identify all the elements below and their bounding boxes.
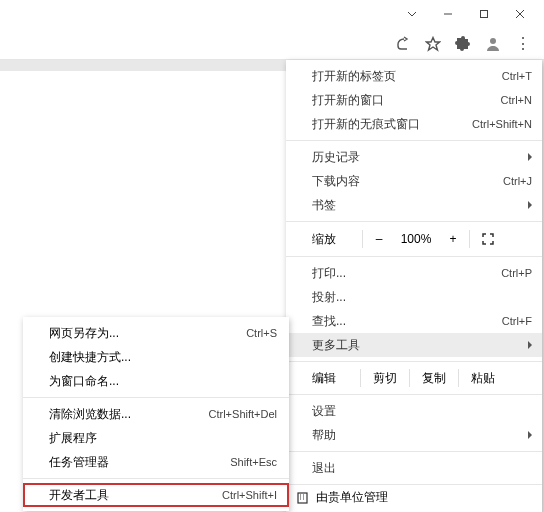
- close-icon: [514, 8, 526, 20]
- submenu-create-shortcut[interactable]: 创建快捷方式...: [23, 345, 289, 369]
- menu-bookmarks[interactable]: 书签: [286, 193, 542, 217]
- main-menu: 打开新的标签页Ctrl+T 打开新的窗口Ctrl+N 打开新的无痕式窗口Ctrl…: [286, 60, 542, 512]
- browser-toolbar: ⋮: [0, 28, 544, 60]
- menu-zoom-row: 缩放 – 100% +: [286, 226, 542, 252]
- maximize-icon: [478, 8, 490, 20]
- share-button[interactable]: [394, 35, 412, 53]
- menu-managed[interactable]: 由贵单位管理: [286, 484, 542, 510]
- menu-more-tools[interactable]: 更多工具: [286, 333, 542, 357]
- menu-cast[interactable]: 投射...: [286, 285, 542, 309]
- submenu-save-page-as[interactable]: 网页另存为...Ctrl+S: [23, 321, 289, 345]
- minimize-icon: [442, 8, 454, 20]
- share-icon: [395, 36, 411, 52]
- submenu-task-manager[interactable]: 任务管理器Shift+Esc: [23, 450, 289, 474]
- menu-separator: [286, 361, 542, 362]
- menu-settings[interactable]: 设置: [286, 399, 542, 423]
- submenu-clear-browsing-data[interactable]: 清除浏览数据...Ctrl+Shift+Del: [23, 402, 289, 426]
- submenu-separator: [23, 397, 289, 398]
- menu-new-tab[interactable]: 打开新的标签页Ctrl+T: [286, 64, 542, 88]
- puzzle-icon: [455, 36, 471, 52]
- kebab-icon: ⋮: [515, 36, 531, 52]
- submenu-developer-tools[interactable]: 开发者工具Ctrl+Shift+I: [23, 483, 289, 507]
- svg-point-5: [490, 38, 496, 44]
- menu-downloads[interactable]: 下载内容Ctrl+J: [286, 169, 542, 193]
- window-titlebar: [0, 0, 544, 28]
- more-tools-submenu: 网页另存为...Ctrl+S 创建快捷方式... 为窗口命名... 清除浏览数据…: [23, 317, 289, 511]
- menu-new-incognito[interactable]: 打开新的无痕式窗口Ctrl+Shift+N: [286, 112, 542, 136]
- edit-paste[interactable]: 粘贴: [459, 370, 507, 387]
- extensions-button[interactable]: [454, 35, 472, 53]
- building-icon: [294, 491, 310, 504]
- tabs-dropdown-button[interactable]: [394, 2, 430, 26]
- window-maximize-button[interactable]: [466, 2, 502, 26]
- menu-separator: [286, 394, 542, 395]
- svg-rect-6: [298, 493, 307, 503]
- zoom-out-button[interactable]: –: [365, 232, 393, 246]
- edit-cut[interactable]: 剪切: [361, 370, 409, 387]
- profile-button[interactable]: [484, 35, 502, 53]
- menu-new-window[interactable]: 打开新的窗口Ctrl+N: [286, 88, 542, 112]
- menu-history[interactable]: 历史记录: [286, 145, 542, 169]
- menu-button[interactable]: ⋮: [514, 35, 532, 53]
- menu-separator: [286, 140, 542, 141]
- submenu-separator: [23, 478, 289, 479]
- chevron-down-icon: [406, 8, 418, 20]
- bookmark-button[interactable]: [424, 35, 442, 53]
- menu-print[interactable]: 打印...Ctrl+P: [286, 261, 542, 285]
- menu-separator: [286, 451, 542, 452]
- window-close-button[interactable]: [502, 2, 538, 26]
- avatar-icon: [485, 36, 501, 52]
- fullscreen-button[interactable]: [472, 233, 504, 245]
- menu-find[interactable]: 查找...Ctrl+F: [286, 309, 542, 333]
- menu-separator: [286, 256, 542, 257]
- menu-edit-row: 编辑 剪切 复制 粘贴: [286, 366, 542, 390]
- zoom-value: 100%: [393, 232, 439, 246]
- chevron-right-icon: [528, 431, 532, 439]
- chevron-right-icon: [528, 201, 532, 209]
- zoom-in-button[interactable]: +: [439, 232, 467, 246]
- fullscreen-icon: [482, 233, 494, 245]
- svg-marker-4: [427, 37, 440, 50]
- chevron-right-icon: [528, 153, 532, 161]
- menu-help[interactable]: 帮助: [286, 423, 542, 447]
- star-icon: [425, 36, 441, 52]
- window-minimize-button[interactable]: [430, 2, 466, 26]
- submenu-name-window[interactable]: 为窗口命名...: [23, 369, 289, 393]
- svg-rect-1: [481, 11, 488, 18]
- menu-exit[interactable]: 退出: [286, 456, 542, 480]
- edit-copy[interactable]: 复制: [410, 370, 458, 387]
- submenu-extensions[interactable]: 扩展程序: [23, 426, 289, 450]
- chevron-right-icon: [528, 341, 532, 349]
- menu-separator: [286, 221, 542, 222]
